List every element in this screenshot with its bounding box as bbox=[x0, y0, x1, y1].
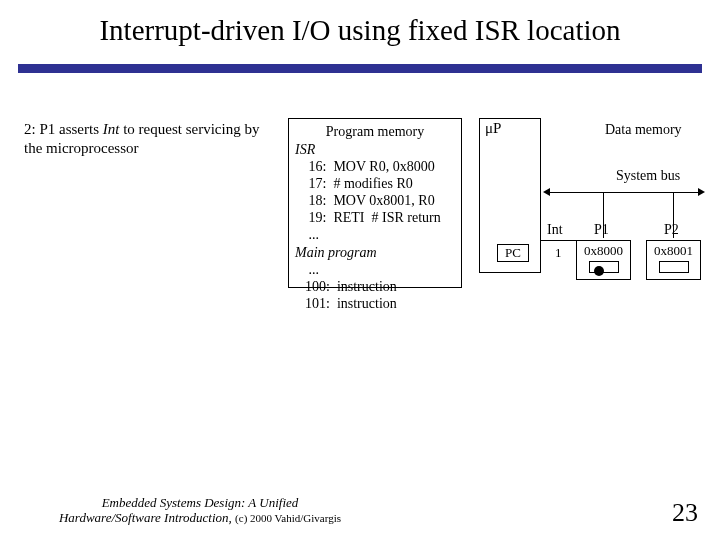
slide: Interrupt-driven I/O using fixed ISR loc… bbox=[0, 0, 720, 540]
system-bus bbox=[548, 192, 700, 193]
p1-label: P1 bbox=[594, 222, 609, 238]
footer-line2-ital: Hardware/Software Introduction, bbox=[59, 510, 235, 525]
isr-line: 16: MOV R0, 0x8000 bbox=[295, 158, 455, 175]
int-signal-line bbox=[541, 240, 577, 241]
footer-copyright: (c) 2000 Vahid/Givargis bbox=[235, 512, 341, 524]
p1-data-dot-icon bbox=[594, 266, 604, 276]
main-label: Main program bbox=[295, 244, 455, 261]
step-int-word: Int bbox=[103, 121, 120, 137]
isr-label: ISR bbox=[295, 141, 455, 158]
isr-line: ... bbox=[295, 226, 455, 243]
int-label: Int bbox=[547, 222, 563, 238]
main-line: ... bbox=[295, 261, 455, 278]
program-memory-box: Program memory ISR 16: MOV R0, 0x8000 17… bbox=[288, 118, 462, 288]
isr-line: 17: # modifies R0 bbox=[295, 175, 455, 192]
p2-data-cell bbox=[659, 261, 689, 273]
step-text: 2: P1 asserts Int to request servicing b… bbox=[24, 120, 280, 158]
footer-citation: Embedded Systems Design: A Unified Hardw… bbox=[30, 496, 370, 526]
bus-arrow-left-icon bbox=[543, 188, 550, 196]
step-prefix: 2: P1 asserts bbox=[24, 121, 103, 137]
p2-box: 0x8001 bbox=[646, 240, 701, 280]
system-bus-label: System bus bbox=[616, 168, 680, 184]
int-value: 1 bbox=[555, 245, 562, 261]
title-rule bbox=[18, 64, 702, 73]
main-line: 101: instruction bbox=[295, 295, 455, 312]
p1-address: 0x8000 bbox=[577, 243, 630, 259]
data-memory-label: Data memory bbox=[605, 122, 682, 138]
isr-line: 19: RETI # ISR return bbox=[295, 209, 455, 226]
p1-box: 0x8000 bbox=[576, 240, 631, 280]
footer-line1: Embedded Systems Design: A Unified bbox=[102, 495, 299, 510]
bus-arrow-right-icon bbox=[698, 188, 705, 196]
p2-address: 0x8001 bbox=[647, 243, 700, 259]
page-title: Interrupt-driven I/O using fixed ISR loc… bbox=[0, 14, 720, 47]
p2-label: P2 bbox=[664, 222, 679, 238]
program-memory-title: Program memory bbox=[295, 123, 455, 140]
isr-line: 18: MOV 0x8001, R0 bbox=[295, 192, 455, 209]
pc-register: PC bbox=[497, 244, 529, 262]
page-number: 23 bbox=[672, 498, 698, 528]
microprocessor-label: μP bbox=[485, 120, 501, 137]
main-line: 100: instruction bbox=[295, 278, 455, 295]
